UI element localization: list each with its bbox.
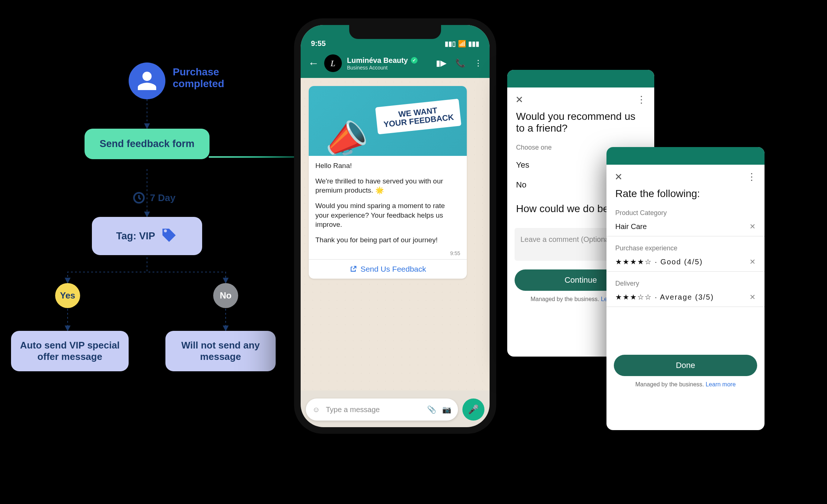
msg-greeting: Hello Rana! [315,161,460,171]
more-icon[interactable]: ⋮ [747,171,756,183]
category-row[interactable]: Hair Care ✕ [606,221,765,236]
delay-label: 7 Day [150,192,175,204]
chat-input-bar: ☺ Type a message 📎 📷 🎤 [306,398,484,421]
trigger-avatar-icon [129,62,165,99]
msg-timestamp: 9:55 [315,250,460,256]
more-icon[interactable]: ⋮ [474,58,482,68]
connector-flow-to-phone [209,156,301,158]
experience-row[interactable]: ★★★★☆ · Good (4/5) ✕ [606,256,765,272]
learn-more-link[interactable]: Learn more [706,381,736,387]
step-send-feedback[interactable]: Send feedback form [85,129,210,159]
experience-label: Purchase experience [606,242,765,256]
video-call-icon[interactable]: ▮▶ [436,58,447,68]
done-button[interactable]: Done [614,355,757,376]
battery-icon: ▮▮▮ [468,40,479,48]
clear-icon[interactable]: ✕ [749,293,756,301]
tag-icon [160,227,178,245]
panel2-title: Rate the following: [606,186,765,207]
msg-line-1: We're thrilled to have served you with o… [315,176,460,195]
business-avatar[interactable]: L [324,54,342,72]
phone-mockup: 9:55 ▮▮▯ 📶 ▮▮▮ ← L Luminéva Beauty ✓ Bus… [294,18,496,434]
chat-body: 📣 WE WANT YOUR FEEDBACK Hello Rana! We'r… [301,78,490,390]
close-icon[interactable]: ✕ [615,171,623,183]
branch-no[interactable]: No [213,283,238,308]
msg-line-2: Would you mind sparing a moment to rate … [315,201,460,229]
delivery-row[interactable]: ★★★☆☆ · Average (3/5) ✕ [606,291,765,307]
category-label: Product Category [606,207,765,221]
send-feedback-button[interactable]: Send Us Feedback [309,259,467,276]
megaphone-icon: 📣 [319,114,372,156]
camera-icon[interactable]: 📷 [442,405,451,414]
message-input[interactable]: ☺ Type a message 📎 📷 [306,398,458,421]
panel2-footer: Managed by the business. Learn more [606,381,765,395]
category-value: Hair Care [615,222,647,231]
trigger-label: Purchase completed [173,66,268,90]
panel1-title: Would you recommend us to a friend? [507,109,654,142]
step-delay: 7 Day [132,191,175,204]
tag-label: Tag: VIP [116,230,155,242]
verified-icon: ✓ [411,57,418,64]
more-icon[interactable]: ⋮ [637,94,646,106]
leaf-auto-send-vip[interactable]: Auto send VIP special offer message [11,331,129,371]
clear-icon[interactable]: ✕ [749,257,756,266]
phone-notch [349,25,441,39]
experience-value: ★★★★☆ · Good (4/5) [615,257,703,266]
step-tag-vip[interactable]: Tag: VIP [92,217,202,255]
cta-label: Send Us Feedback [361,265,426,274]
rating-panel: ✕ ⋮ Rate the following: Product Category… [606,147,765,430]
leaf-no-send[interactable]: Will not send any message [165,331,276,371]
account-type: Business Account [347,65,418,71]
close-icon[interactable]: ✕ [515,94,523,106]
open-icon [350,265,357,273]
business-name[interactable]: Luminéva Beauty [347,56,408,65]
delivery-value: ★★★☆☆ · Average (3/5) [615,293,714,301]
emoji-icon[interactable]: ☺ [312,405,320,414]
branch-yes[interactable]: Yes [55,283,80,308]
clear-icon[interactable]: ✕ [749,222,756,231]
message-placeholder: Type a message [326,405,421,414]
status-time: 9:55 [311,39,326,48]
mic-button[interactable]: 🎤 [462,398,484,421]
voice-call-icon[interactable]: 📞 [455,58,465,68]
chat-header: ← L Luminéva Beauty ✓ Business Account ▮… [301,51,490,78]
wifi-icon: 📶 [458,40,466,48]
msg-line-3: Thank you for being part of our journey! [315,235,460,245]
attach-icon[interactable]: 📎 [427,405,436,414]
back-icon[interactable]: ← [308,57,319,69]
delivery-label: Delivery [606,278,765,291]
message-bubble: 📣 WE WANT YOUR FEEDBACK Hello Rana! We'r… [309,86,467,279]
feedback-image: 📣 WE WANT YOUR FEEDBACK [309,86,467,156]
signal-icon: ▮▮▯ [445,40,456,48]
